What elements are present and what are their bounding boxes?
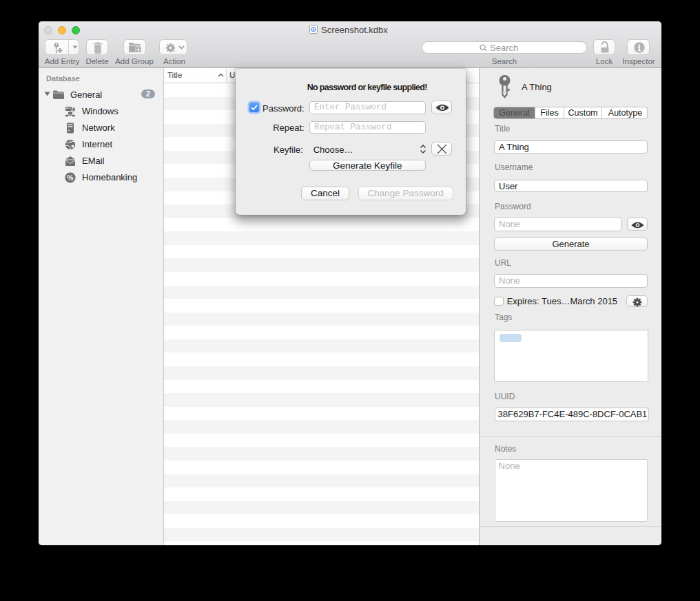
svg-text:%: % xyxy=(67,173,74,182)
